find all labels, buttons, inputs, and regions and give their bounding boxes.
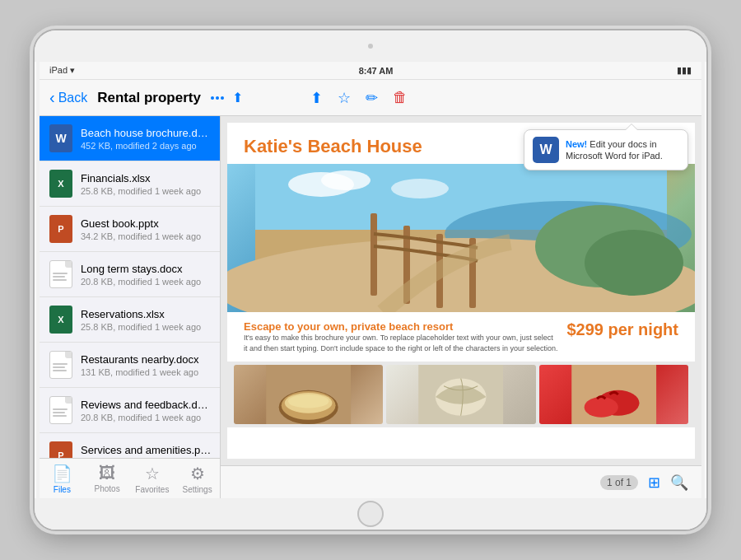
file-icon-services: P	[48, 440, 74, 458]
file-meta-beach-house: 452 KB, modified 2 days ago	[81, 141, 212, 151]
document-view: W New! Edit your docs in Microsoft Word …	[221, 116, 701, 498]
ipad-label: iPad ▾	[49, 65, 75, 76]
ppt-icon-guest-book: P	[49, 215, 72, 243]
nav-title: Rental property	[91, 90, 201, 106]
word-tooltip-popup: W New! Edit your docs in Microsoft Word …	[524, 129, 688, 170]
beach-image	[227, 164, 695, 312]
front-camera	[368, 44, 373, 49]
file-info-reviews: Reviews and feedback.docx 20.8 KB, modif…	[81, 399, 212, 422]
ipad-screen: iPad ▾ 8:47 AM ▮▮▮ ‹ Back Rental propert…	[40, 62, 701, 498]
file-name-long-term: Long term stays.docx	[81, 263, 212, 275]
file-info-services: Services and amenities.pptx 34.2 KB, mod…	[81, 444, 212, 459]
status-right: ▮▮▮	[677, 65, 692, 76]
ppt-icon-services: P	[49, 441, 72, 458]
file-item-restaurants[interactable]: Restaurants nearby.docx 131 KB, modified…	[40, 343, 220, 388]
file-name-reviews: Reviews and feedback.docx	[81, 399, 212, 411]
settings-tab-icon: ⚙	[190, 464, 205, 483]
file-icon-reviews	[48, 394, 74, 426]
svg-point-12	[391, 179, 449, 198]
more-options-button[interactable]	[211, 96, 224, 100]
search-icon[interactable]: 🔍	[670, 474, 688, 492]
thumbnail-2	[386, 365, 535, 424]
sidebar: W Beach house brochure.docx 452 KB, modi…	[40, 116, 221, 498]
file-item-reviews[interactable]: Reviews and feedback.docx 20.8 KB, modif…	[40, 388, 220, 433]
svg-point-5	[585, 230, 683, 296]
home-button[interactable]	[357, 501, 384, 527]
beach-scene-svg	[227, 164, 695, 312]
trash-icon[interactable]: 🗑	[393, 89, 408, 106]
document-page: W New! Edit your docs in Microsoft Word …	[227, 123, 695, 459]
file-icon-restaurants	[48, 349, 74, 380]
file-info-long-term: Long term stays.docx 20.8 KB, modified 1…	[81, 263, 212, 287]
file-meta-long-term: 20.8 KB, modified 1 week ago	[81, 277, 212, 287]
file-icon-long-term	[48, 259, 74, 290]
favorites-tab-icon: ☆	[145, 464, 160, 483]
status-left: iPad ▾	[49, 65, 75, 76]
nav-right-icons: ⬆ ☆ ✏ 🗑	[243, 89, 408, 107]
dot-3	[221, 96, 224, 100]
doc-price: $299 per night	[566, 320, 678, 339]
doc-tagline: Escape to your own, private beach resort	[244, 320, 558, 333]
tab-files[interactable]: 📄 Files	[40, 459, 85, 498]
file-meta-guest-book: 34.2 KB, modified 1 week ago	[81, 231, 212, 241]
document-thumbnails	[227, 362, 695, 427]
back-chevron-icon[interactable]: ‹	[49, 88, 55, 107]
status-time: 8:47 AM	[359, 66, 394, 76]
file-meta-financials: 25.8 KB, modified 1 week ago	[81, 186, 212, 196]
file-name-restaurants: Restaurants nearby.docx	[81, 353, 212, 366]
main-content: W Beach house brochure.docx 452 KB, modi…	[40, 116, 701, 498]
tab-photos[interactable]: 🖼 Photos	[85, 459, 130, 498]
svg-point-22	[584, 397, 618, 418]
file-name-beach-house: Beach house brochure.docx	[81, 127, 212, 139]
file-name-guest-book: Guest book.pptx	[81, 217, 212, 230]
share-button[interactable]: ⬆	[232, 90, 243, 105]
star-icon[interactable]: ☆	[338, 89, 351, 107]
excel-icon: X	[49, 170, 72, 198]
doc-left-content: Escape to your own, private beach resort…	[244, 320, 558, 353]
file-item-beach-house[interactable]: W Beach house brochure.docx 452 KB, modi…	[40, 116, 220, 161]
grid-view-icon[interactable]: ⊞	[648, 474, 660, 492]
file-item-long-term[interactable]: Long term stays.docx 20.8 KB, modified 1…	[40, 252, 220, 297]
svg-point-17	[288, 394, 329, 408]
thumbnail-3	[539, 365, 688, 424]
file-list: W Beach house brochure.docx 452 KB, modi…	[40, 116, 220, 458]
svg-point-11	[321, 170, 370, 190]
document-lower: Escape to your own, private beach resort…	[227, 312, 695, 362]
settings-tab-label: Settings	[183, 485, 212, 494]
file-meta-reservations: 25.8 KB, modified 1 week ago	[81, 322, 212, 332]
word-icon: W	[49, 124, 72, 152]
top-bezel	[35, 30, 706, 62]
file-icon-reservations: X	[48, 304, 74, 335]
tab-settings[interactable]: ⚙ Settings	[175, 459, 220, 498]
file-item-services[interactable]: P Services and amenities.pptx 34.2 KB, m…	[40, 433, 220, 458]
files-tab-icon: 📄	[52, 464, 72, 483]
share-icon[interactable]: ⬆	[310, 89, 323, 107]
doc-icon-long-term	[49, 260, 72, 288]
status-bar: iPad ▾ 8:47 AM ▮▮▮	[40, 62, 701, 80]
files-tab-label: Files	[54, 485, 71, 494]
photos-tab-icon: 🖼	[99, 464, 115, 483]
favorites-tab-label: Favorites	[135, 485, 169, 494]
tab-favorites[interactable]: ☆ Favorites	[130, 459, 175, 498]
back-button[interactable]: Back	[58, 91, 88, 105]
file-icon-beach-house: W	[48, 123, 74, 154]
file-item-guest-book[interactable]: P Guest book.pptx 34.2 KB, modified 1 we…	[40, 207, 220, 252]
edit-icon[interactable]: ✏	[366, 89, 378, 107]
excel-icon-reservations: X	[49, 306, 72, 334]
bottom-bezel	[35, 498, 706, 530]
file-meta-reviews: 20.8 KB, modified 1 week ago	[81, 413, 212, 422]
tab-bar: 📄 Files 🖼 Photos ☆ Favorites ⚙ Settings	[40, 458, 220, 498]
side-button	[33, 255, 35, 278]
file-icon-financials: X	[48, 168, 74, 199]
battery-icon: ▮▮▮	[677, 65, 692, 76]
tooltip-badge: New!	[566, 139, 587, 149]
file-item-reservations[interactable]: X Reservations.xlsx 25.8 KB, modified 1 …	[40, 297, 220, 343]
file-item-financials[interactable]: X Financials.xlsx 25.8 KB, modified 1 we…	[40, 161, 220, 207]
thumbnail-1	[234, 365, 383, 424]
tooltip-message: New! Edit your docs in Microsoft Word fo…	[566, 138, 679, 162]
file-meta-restaurants: 131 KB, modified 1 week ago	[81, 367, 212, 377]
file-info-reservations: Reservations.xlsx 25.8 KB, modified 1 we…	[81, 308, 212, 332]
file-info-restaurants: Restaurants nearby.docx 131 KB, modified…	[81, 353, 212, 377]
file-info-beach-house: Beach house brochure.docx 452 KB, modifi…	[81, 127, 212, 151]
doc-description: It's easy to make this brochure your own…	[244, 333, 558, 353]
